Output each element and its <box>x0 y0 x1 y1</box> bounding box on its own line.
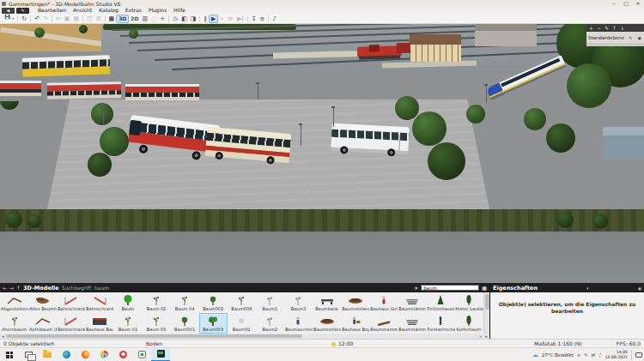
tree[interactable] <box>79 25 88 33</box>
blue-train[interactable] <box>491 67 577 108</box>
layout-columns-button[interactable]: ▥ <box>140 15 149 23</box>
model-item[interactable]: Bahnschranke Ha... <box>57 313 85 334</box>
firefox-button[interactable] <box>76 348 94 361</box>
tram-a[interactable] <box>47 81 121 99</box>
panel-eye-icon[interactable]: ◉ <box>638 286 641 291</box>
paste-button[interactable]: ▤ <box>71 15 81 23</box>
model-item[interactable]: Baum01 <box>228 313 256 334</box>
catalog-up-icon[interactable]: ↑ <box>16 285 21 291</box>
model-item[interactable]: Baumeinfassung <box>313 313 341 334</box>
model-item[interactable]: Apfelbaum (Reihe) <box>28 313 57 334</box>
model-item[interactable]: Baum003 <box>199 313 228 334</box>
tray-network-icon[interactable]: ⇄ <box>592 352 596 358</box>
street-lamp[interactable] <box>103 106 104 125</box>
mbs-app-button[interactable] <box>151 348 170 361</box>
models-vscrollbar[interactable] <box>483 292 489 334</box>
model-item[interactable]: Hoher Laubbau... <box>455 292 483 313</box>
yellow-bus[interactable] <box>22 55 111 77</box>
play-button[interactable]: ▶ <box>209 15 218 23</box>
tree[interactable] <box>100 127 129 156</box>
model-item[interactable]: Baum 04 <box>171 292 199 313</box>
pin-icon[interactable]: ▾ <box>586 286 589 291</box>
model-item[interactable]: Baum001 <box>171 313 199 334</box>
browser-red-button[interactable] <box>113 348 132 361</box>
menu-katalog[interactable]: Katalog <box>95 7 122 14</box>
model-item[interactable]: Kieferbaum <box>455 313 483 334</box>
menu-plugins[interactable]: Plugins <box>145 7 171 14</box>
reset-view-button[interactable]: ↻ <box>20 15 28 23</box>
model-item[interactable]: Baum002 <box>199 292 228 313</box>
save-button[interactable]: ▾ <box>3 14 15 23</box>
model-item[interactable]: Baum 02 <box>142 292 170 313</box>
file-explorer-button[interactable] <box>38 348 57 361</box>
pause-button[interactable]: ‖ <box>202 15 209 23</box>
minimize-button[interactable]: – <box>608 0 620 7</box>
edit-mode-button[interactable]: ✎ <box>16 8 29 14</box>
back-button[interactable]: ◀ <box>2 8 15 14</box>
model-item[interactable]: Baumstamm <box>369 313 398 334</box>
cut-button[interactable]: ✂ <box>54 15 63 23</box>
layer-remove-button[interactable]: − <box>597 24 601 32</box>
timetable-panel-button[interactable]: ◨ <box>189 15 198 23</box>
model-item[interactable]: Ahornbaum <box>0 313 28 334</box>
sound-button[interactable]: ♪ <box>270 15 277 23</box>
model-item[interactable]: Baum 01 <box>113 313 142 334</box>
menu-ansicht[interactable]: Ansicht <box>70 7 95 14</box>
notification-icon[interactable] <box>635 352 642 358</box>
event-panel-button[interactable]: ◧ <box>179 15 189 23</box>
street-lamp[interactable] <box>258 84 258 99</box>
tree[interactable] <box>412 111 447 146</box>
model-item[interactable]: Bahnschranke Fu... <box>57 292 85 313</box>
layer-edit-icon[interactable]: ✎ <box>628 35 633 40</box>
menu-bearbeiten[interactable]: Bearbeiten <box>34 7 70 14</box>
model-item[interactable]: Baumeinfassung ... <box>341 292 369 313</box>
bush[interactable] <box>592 214 608 229</box>
tram-b[interactable] <box>125 84 199 100</box>
view-3d-button[interactable]: 3D <box>116 15 129 23</box>
model-item[interactable]: Bahnschranke Vo... <box>85 292 113 313</box>
search-input[interactable] <box>421 285 479 291</box>
model-item[interactable]: Baum3 <box>284 292 313 313</box>
layer-add-button[interactable]: + <box>589 24 593 32</box>
redo-button[interactable]: ↷ <box>41 15 50 23</box>
menu-extras[interactable]: Extras <box>122 7 145 14</box>
tram-left[interactable] <box>0 81 41 96</box>
gray-building[interactable] <box>475 24 537 46</box>
street-lamp[interactable] <box>333 108 334 127</box>
edge-button[interactable] <box>57 348 76 361</box>
model-item[interactable]: Baum006 <box>228 292 256 313</box>
tree[interactable] <box>34 27 45 38</box>
fast-forward-button[interactable]: » <box>218 15 225 23</box>
module-button[interactable]: ▦ <box>107 15 117 23</box>
tray-pen-icon[interactable]: ✎ <box>584 352 588 358</box>
tree[interactable] <box>546 123 575 153</box>
layer-edit-button[interactable]: ✎ <box>605 24 609 32</box>
view-2d-button[interactable]: 2D <box>129 15 140 23</box>
catalog-forward-icon[interactable]: → <box>9 285 14 291</box>
model-item[interactable]: Baumstämme <box>398 292 426 313</box>
viewport-3d[interactable]: + − ✎ ↑ ↓ Standardebene ✎ ◉ <box>0 24 644 283</box>
list-button[interactable]: ≡ <box>258 15 267 23</box>
tree[interactable] <box>524 108 546 130</box>
layer-up-button[interactable]: ↑ <box>612 24 617 32</box>
ungroup-button[interactable]: ⊟ <box>94 15 103 23</box>
clock-button[interactable]: ◷ <box>171 15 179 23</box>
import-button[interactable]: ↧ <box>250 15 258 23</box>
street-lamp[interactable] <box>301 125 301 146</box>
bus-white-coach[interactable] <box>331 123 410 155</box>
half-timbered-house[interactable] <box>410 34 461 62</box>
start-button[interactable] <box>0 348 19 361</box>
bush[interactable] <box>556 211 574 228</box>
model-item[interactable]: Forstwirtschaft e... <box>426 313 454 334</box>
model-item[interactable]: Baum 03 <box>142 313 170 334</box>
tree[interactable] <box>395 96 419 120</box>
hscroll-thumb[interactable] <box>6 334 302 338</box>
weather-icon[interactable]: ☁ <box>532 352 538 358</box>
layer-visibility-icon[interactable]: ◉ <box>637 35 642 40</box>
layer-row[interactable]: Standardebene ✎ ◉ <box>586 32 644 43</box>
undo-button[interactable]: ↶ <box>33 15 41 23</box>
green-app-button[interactable] <box>132 348 151 361</box>
model-item[interactable]: Baumstämme <box>398 313 426 334</box>
maximize-button[interactable]: □ <box>620 0 632 7</box>
model-item[interactable]: Baumaschinist <box>284 313 313 334</box>
